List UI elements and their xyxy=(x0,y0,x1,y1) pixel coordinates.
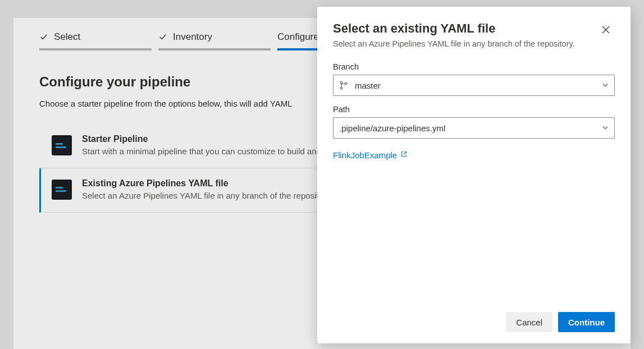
branch-select[interactable]: master xyxy=(333,75,615,96)
cancel-button[interactable]: Cancel xyxy=(506,312,552,332)
dialog-title: Select an existing YAML file xyxy=(333,21,586,36)
branch-value: master xyxy=(355,81,381,90)
svg-point-2 xyxy=(345,82,347,85)
continue-button[interactable]: Continue xyxy=(558,312,615,332)
branch-icon xyxy=(339,81,348,90)
chevron-down-icon xyxy=(602,123,609,133)
repo-link[interactable]: FlinkJobExample xyxy=(333,150,397,160)
chevron-down-icon xyxy=(602,81,609,90)
close-button[interactable] xyxy=(597,21,615,39)
path-label: Path xyxy=(333,105,615,114)
branch-label: Branch xyxy=(333,62,615,71)
path-value: .pipeline/azure-pipelines.yml xyxy=(339,123,445,133)
dialog-subtitle: Select an Azure Pipelines YAML file in a… xyxy=(333,38,586,50)
close-icon xyxy=(601,25,610,36)
svg-point-1 xyxy=(340,87,342,89)
svg-point-0 xyxy=(340,81,342,84)
external-link-icon xyxy=(400,150,408,160)
path-select[interactable]: .pipeline/azure-pipelines.yml xyxy=(333,117,615,139)
select-yaml-dialog: Select an existing YAML file Select an A… xyxy=(317,7,631,343)
